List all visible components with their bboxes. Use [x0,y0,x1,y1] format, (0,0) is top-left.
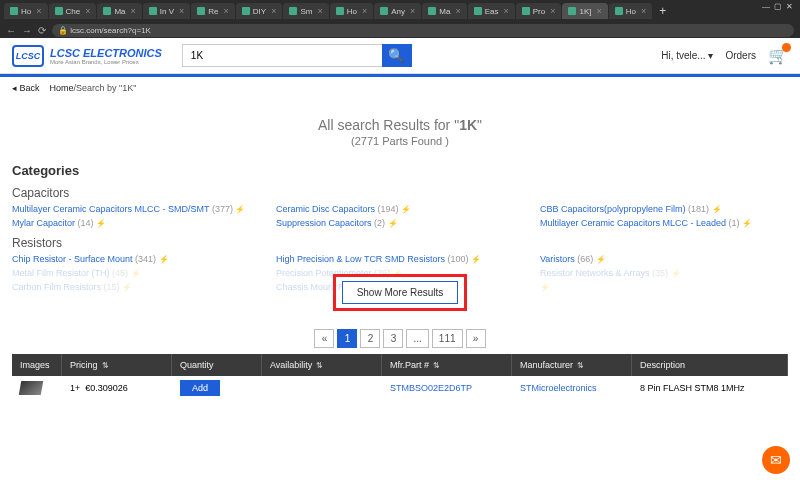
home-link[interactable]: Home [50,83,74,93]
minimize-icon[interactable]: — [762,2,772,12]
search-button[interactable]: 🔍 [382,44,412,67]
category-link[interactable]: Varistors [540,254,575,264]
cell-availability [262,384,382,392]
page-button[interactable]: 2 [360,329,380,348]
page-button[interactable]: « [314,329,334,348]
tab-favicon [149,7,157,15]
close-icon[interactable]: ✕ [786,2,796,12]
content: All search Results for "1K" (2771 Parts … [0,99,800,406]
browser-tab[interactable]: In V× [143,3,191,19]
tab-bar: Ho×Che×Ma×In V×Re×DIY×Sm×Ho×Any×Ma×Eas×P… [0,0,800,22]
tab-close-icon[interactable]: × [36,6,41,16]
chat-icon[interactable]: ✉ [762,446,790,474]
page-button[interactable]: » [466,329,486,348]
tab-close-icon[interactable]: × [362,6,367,16]
tab-favicon [380,7,388,15]
cart-icon[interactable]: 🛒 [768,46,788,65]
category-link[interactable]: Multilayer Ceramic Capacitors MLCC - SMD… [12,204,209,214]
category-count: (66) [577,254,593,264]
th-manufacturer[interactable]: Manufacturer ⇅ [512,354,632,376]
maximize-icon[interactable]: ▢ [774,2,784,12]
th-description[interactable]: Description [632,354,788,376]
reload-icon[interactable]: ⟳ [38,25,46,36]
category-link[interactable]: Multilayer Ceramic Capacitors MLCC - Lea… [540,218,726,228]
browser-tab[interactable]: Ho× [609,3,653,19]
bolt-icon: ⚡ [471,255,481,264]
capacitors-grid: Multilayer Ceramic Capacitors MLCC - SMD… [12,204,788,228]
sort-icon: ⇅ [577,361,584,370]
tab-close-icon[interactable]: × [641,6,646,16]
bolt-icon: ⚡ [159,255,169,264]
browser-tab[interactable]: Ma× [422,3,466,19]
browser-tab[interactable]: Eas× [468,3,515,19]
new-tab-button[interactable]: + [653,4,672,18]
product-thumb[interactable] [19,381,43,395]
browser-tab[interactable]: Re× [191,3,235,19]
tab-favicon [474,7,482,15]
page-button[interactable]: 111 [432,329,463,348]
cell-mfr[interactable]: STMicroelectronics [512,379,632,397]
page-button[interactable]: 3 [383,329,403,348]
tab-close-icon[interactable]: × [224,6,229,16]
browser-tab[interactable]: Ho× [4,3,48,19]
category-link[interactable]: CBB Capacitors(polypropylene Film) [540,204,686,214]
logo[interactable]: LCSC LCSC ELECTRONICS More Asian Brands,… [12,45,162,67]
cell-part[interactable]: STMBSO02E2D6TP [382,379,512,397]
th-mfrpart[interactable]: Mfr.Part # ⇅ [382,354,512,376]
cell-description: 8 Pin FLASH STM8 1MHz [632,379,788,397]
show-more-button[interactable]: Show More Results [342,281,459,304]
th-pricing[interactable]: Pricing ⇅ [62,354,172,376]
logo-title: LCSC ELECTRONICS [50,47,162,59]
browser-tab[interactable]: Ho× [330,3,374,19]
tab-close-icon[interactable]: × [410,6,415,16]
table-header: Images Pricing ⇅ Quantity Availability ⇅… [12,354,788,376]
url-input[interactable]: 🔒 lcsc.com/search?q=1K [52,24,794,37]
tab-favicon [522,7,530,15]
category-count: (2) [374,218,385,228]
browser-tab[interactable]: Ma× [97,3,141,19]
back-link[interactable]: ◂ Back [12,83,40,93]
th-images[interactable]: Images [12,354,62,376]
tab-close-icon[interactable]: × [179,6,184,16]
tab-close-icon[interactable]: × [596,6,601,16]
category-count: (341) [135,254,156,264]
category-link[interactable]: Chip Resistor - Surface Mount [12,254,133,264]
browser-tab[interactable]: 1K]× [562,3,607,19]
back-icon[interactable]: ← [6,25,16,36]
th-availability[interactable]: Availability ⇅ [262,354,382,376]
browser-tab[interactable]: Sm× [283,3,328,19]
bolt-icon: ⚡ [596,255,606,264]
tab-close-icon[interactable]: × [85,6,90,16]
browser-chrome: Ho×Che×Ma×In V×Re×DIY×Sm×Ho×Any×Ma×Eas×P… [0,0,800,38]
category-link[interactable]: High Precision & Low TCR SMD Resistors [276,254,445,264]
orders-link[interactable]: Orders [725,50,756,61]
tab-close-icon[interactable]: × [131,6,136,16]
tab-close-icon[interactable]: × [550,6,555,16]
browser-tab[interactable]: Any× [374,3,421,19]
sort-icon: ⇅ [102,361,109,370]
tab-close-icon[interactable]: × [317,6,322,16]
th-quantity[interactable]: Quantity [172,354,262,376]
category-link[interactable]: Ceramic Disc Capacitors [276,204,375,214]
page-button[interactable]: ... [406,329,428,348]
tab-close-icon[interactable]: × [503,6,508,16]
category-link[interactable]: Suppression Capacitors [276,218,372,228]
search-input[interactable] [182,44,382,67]
tab-close-icon[interactable]: × [455,6,460,16]
page-button[interactable]: 1 [337,329,357,348]
logo-badge: LCSC [12,45,44,67]
forward-icon[interactable]: → [22,25,32,36]
browser-tab[interactable]: Che× [49,3,97,19]
window-controls: — ▢ ✕ [762,2,796,12]
bolt-icon: ⚡ [712,205,722,214]
add-button[interactable]: Add [180,380,220,396]
tab-favicon [428,7,436,15]
browser-tab[interactable]: Pro× [516,3,562,19]
tab-close-icon[interactable]: × [271,6,276,16]
tab-favicon [615,7,623,15]
category-count: (100) [447,254,468,264]
bolt-icon: ⚡ [401,205,411,214]
browser-tab[interactable]: DIY× [236,3,283,19]
category-link[interactable]: Mylar Capacitor [12,218,75,228]
user-greeting[interactable]: Hi, tvele... ▾ [661,50,713,61]
